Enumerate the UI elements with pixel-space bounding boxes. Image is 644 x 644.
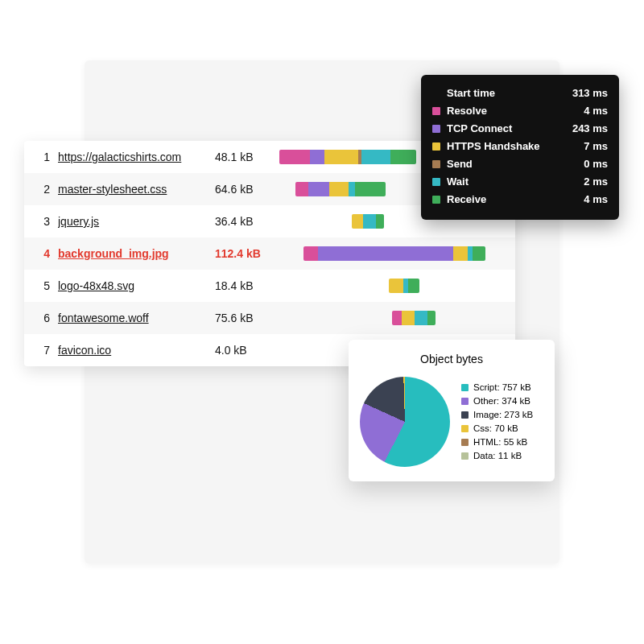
waterfall-row[interactable]: 4background_img.jpg112.4 kB (24, 237, 515, 270)
resource-name[interactable]: jquery.js (58, 215, 215, 228)
row-index: 1 (35, 151, 50, 163)
legend-label: Script: 757 kB (473, 381, 531, 394)
pie-legend: Script: 757 kBOther: 374 kBImage: 273 kB… (461, 381, 533, 463)
timing-row: Wait2 ms (432, 173, 608, 191)
timeline-segment (363, 214, 376, 229)
timing-value: 2 ms (584, 173, 608, 191)
pie-title: Object bytes (360, 353, 543, 365)
row-index: 6 (35, 312, 50, 324)
timeline-track (279, 279, 504, 293)
color-swatch (461, 439, 469, 446)
resource-name[interactable]: fontawesome.woff (58, 312, 215, 324)
timeline-bar (392, 311, 436, 325)
timeline-segment (352, 214, 363, 229)
color-swatch (432, 125, 440, 133)
color-swatch (432, 160, 440, 168)
timeline-bar (352, 214, 384, 229)
timeline-segment (318, 246, 453, 261)
timing-row: HTTPS Handshake7 ms (432, 138, 608, 155)
legend-label: Css: 70 kB (473, 422, 518, 436)
timing-value: 4 ms (584, 191, 608, 208)
timeline-segment (402, 311, 415, 325)
timeline-segment (408, 279, 419, 293)
legend-label: Image: 273 kB (473, 408, 533, 422)
timing-label: Receive (447, 191, 486, 208)
timeline-segment (392, 311, 402, 325)
timing-row: Resolve4 ms (432, 102, 608, 120)
timeline-segment (473, 246, 485, 261)
legend-label: Other: 374 kB (473, 394, 530, 408)
timeline-segment (303, 246, 318, 261)
legend-row: Image: 273 kB (461, 408, 533, 422)
timing-start-label: Start time (447, 85, 495, 102)
timing-label: Send (447, 155, 473, 173)
color-swatch (432, 142, 440, 151)
color-swatch (461, 411, 469, 419)
resource-name[interactable]: background_img.jpg (58, 247, 215, 260)
timing-label: TCP Connect (447, 120, 512, 138)
resource-size: 112.4 kB (215, 247, 279, 260)
timeline-segment (310, 150, 324, 164)
timing-label: Resolve (447, 102, 487, 120)
resource-size: 64.6 kB (215, 183, 279, 196)
timeline-segment (324, 150, 358, 164)
timeline-segment (415, 311, 427, 325)
resource-name[interactable]: favicon.ico (58, 344, 215, 357)
legend-row: Script: 757 kB (461, 381, 533, 394)
timeline-bar (303, 246, 485, 261)
row-index: 2 (35, 183, 50, 196)
timing-value: 243 ms (572, 120, 608, 138)
legend-label: Data: 11 kB (473, 449, 522, 463)
color-swatch (461, 425, 469, 432)
color-swatch (461, 452, 469, 460)
timeline-track (279, 246, 504, 261)
waterfall-row[interactable]: 5logo-48x48.svg18.4 kB (24, 270, 515, 302)
resource-size: 4.0 kB (215, 344, 279, 357)
object-bytes-card: Object bytes Script: 757 kBOther: 374 kB… (349, 340, 555, 481)
resource-size: 36.4 kB (215, 215, 279, 228)
timing-start-value: 313 ms (572, 85, 608, 102)
timeline-segment (308, 182, 329, 196)
timeline-segment (389, 279, 403, 293)
waterfall-row[interactable]: 6fontawesome.woff75.6 kB (24, 302, 515, 334)
legend-row: HTML: 55 kB (461, 436, 533, 449)
color-swatch (461, 384, 469, 391)
resource-size: 48.1 kB (215, 151, 279, 163)
timeline-segment (427, 311, 436, 325)
timeline-bar (295, 182, 386, 196)
timeline-track (279, 311, 504, 325)
timing-label: Wait (447, 173, 469, 191)
color-swatch (432, 107, 440, 115)
row-index: 3 (35, 215, 50, 228)
color-swatch (432, 196, 440, 204)
legend-row: Css: 70 kB (461, 422, 533, 436)
timing-row: TCP Connect243 ms (432, 120, 608, 138)
legend-row: Data: 11 kB (461, 449, 533, 463)
timeline-segment (361, 150, 390, 164)
color-swatch (432, 178, 440, 186)
row-index: 7 (35, 344, 50, 357)
timeline-bar (279, 150, 416, 164)
timing-row: Receive4 ms (432, 191, 608, 208)
resource-size: 75.6 kB (215, 312, 279, 324)
timing-label: HTTPS Handshake (447, 138, 540, 155)
pie-chart (360, 377, 450, 467)
color-swatch (461, 398, 469, 405)
timeline-segment (349, 182, 355, 196)
timeline-segment (390, 150, 416, 164)
timeline-segment (376, 214, 384, 229)
resource-name[interactable]: https://galacticshirts.com (58, 151, 215, 163)
timeline-segment (329, 182, 349, 196)
timing-value: 0 ms (584, 155, 608, 173)
timeline-segment (295, 182, 308, 196)
timing-value: 7 ms (584, 138, 608, 155)
timing-row: Send0 ms (432, 155, 608, 173)
legend-row: Other: 374 kB (461, 394, 533, 408)
legend-label: HTML: 55 kB (473, 436, 527, 449)
timeline-segment (355, 182, 386, 196)
resource-name[interactable]: master-stylesheet.css (58, 183, 215, 196)
timeline-bar (389, 279, 419, 293)
timing-card: Start time 313 ms Resolve4 msTCP Connect… (421, 75, 619, 220)
resource-name[interactable]: logo-48x48.svg (58, 279, 215, 292)
row-index: 5 (35, 279, 50, 292)
